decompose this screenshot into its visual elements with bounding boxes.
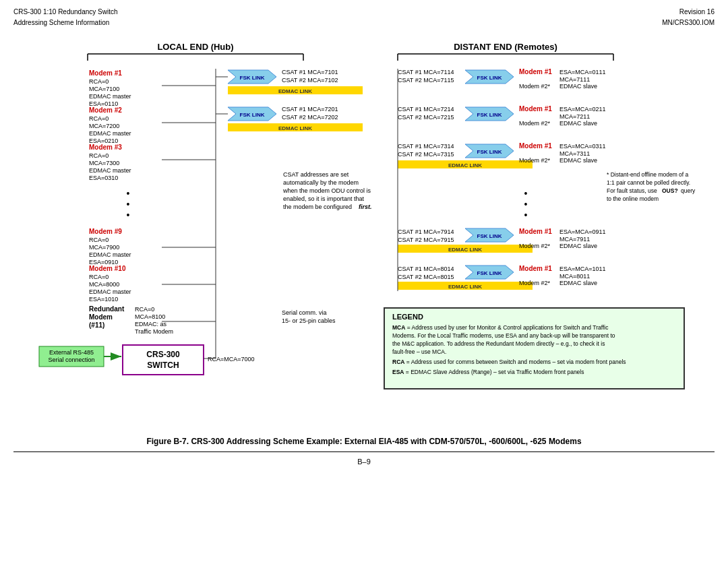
svg-text:Modem #2*: Modem #2* <box>519 83 551 90</box>
svg-text:the M&C application. To addres: the M&C application. To address the Redu… <box>392 340 605 347</box>
distant-end-label: DISTANT END (Remotes) <box>454 42 557 52</box>
svg-text:EDMAC master: EDMAC master <box>89 130 131 137</box>
svg-text:CSAT #2  MCA=8015: CSAT #2 MCA=8015 <box>398 274 454 280</box>
page-divider <box>13 451 715 452</box>
svg-text:CSAT #2  MCA=7215: CSAT #2 MCA=7215 <box>398 114 454 121</box>
svg-text:fault-free – use MCA.: fault-free – use MCA. <box>392 348 446 355</box>
svg-text:FSK LINK: FSK LINK <box>477 112 502 118</box>
svg-text:MCA=7311: MCA=7311 <box>559 150 590 157</box>
svg-text:EDMAC slave: EDMAC slave <box>559 83 597 90</box>
svg-text:Modem #9: Modem #9 <box>89 228 122 235</box>
svg-text:FSK LINK: FSK LINK <box>477 270 502 276</box>
header-left: CRS-300 1:10 Redundancy Switch Addressin… <box>13 7 118 28</box>
svg-text:Modem #2*: Modem #2* <box>519 243 551 249</box>
svg-text:CSAT #1  MCA=7914: CSAT #1 MCA=7914 <box>398 228 454 235</box>
svg-text:Modem #2*: Modem #2* <box>519 157 551 164</box>
modem1-label: Modem #1 <box>89 69 122 77</box>
svg-text:FSK LINK: FSK LINK <box>477 149 502 155</box>
svg-text:Modem #2*: Modem #2* <box>519 120 551 127</box>
svg-text:MCA=7111: MCA=7111 <box>559 76 590 83</box>
svg-text:CSAT #2  MCA=7115: CSAT #2 MCA=7115 <box>398 77 454 84</box>
svg-text:Serial connection: Serial connection <box>48 356 94 363</box>
svg-text:Modem #1: Modem #1 <box>519 142 552 150</box>
svg-text:EDMAC master: EDMAC master <box>89 251 131 258</box>
local-end-label: LOCAL END (Hub) <box>157 42 233 52</box>
svg-text:•: • <box>127 199 130 210</box>
svg-text:Modem: Modem <box>89 313 113 321</box>
svg-text:* Distant-end offline modem of: * Distant-end offline modem of a <box>607 171 689 178</box>
header-title: CRS-300 1:10 Redundancy Switch <box>13 7 118 18</box>
svg-text:EDMAC LINK: EDMAC LINK <box>448 162 482 168</box>
svg-text:Modem #1: Modem #1 <box>519 105 552 113</box>
svg-text:Modem #1: Modem #1 <box>519 228 552 235</box>
svg-text:ESA=0310: ESA=0310 <box>89 175 118 181</box>
svg-text:ESA=MCA=0111: ESA=MCA=0111 <box>559 69 606 75</box>
svg-text:Modem #1: Modem #1 <box>519 68 552 75</box>
svg-text:CSAT #1  MCA=7214: CSAT #1 MCA=7214 <box>398 106 454 113</box>
diagram-svg: LOCAL END (Hub) DISTANT END (Remotes) Mo… <box>20 35 708 419</box>
svg-text:CSAT addresses are set: CSAT addresses are set <box>283 171 349 178</box>
svg-text:CSAT #1  MCA=7101: CSAT #1 MCA=7101 <box>282 69 338 75</box>
revision: Revision 16 <box>662 7 715 18</box>
svg-text:EDMAC master: EDMAC master <box>89 167 131 174</box>
svg-text:Serial comm. via: Serial comm. via <box>282 309 327 316</box>
svg-text:CSAT #2  MCA=7102: CSAT #2 MCA=7102 <box>282 77 338 84</box>
svg-text:enabled, so it is important th: enabled, so it is important that <box>283 195 365 202</box>
page-number: B–9 <box>13 458 715 466</box>
svg-text:CSAT #2  MCA=7315: CSAT #2 MCA=7315 <box>398 151 454 158</box>
svg-text:CSAT #1  MCA=7201: CSAT #1 MCA=7201 <box>282 106 338 113</box>
svg-text:MCA=8000: MCA=8000 <box>89 281 119 288</box>
svg-text:Modem #1: Modem #1 <box>519 265 552 272</box>
svg-text:EDMAC slave: EDMAC slave <box>559 157 597 164</box>
svg-text:EDMAC master: EDMAC master <box>89 93 131 100</box>
svg-text:1:1 pair cannot be polled dire: 1:1 pair cannot be polled directly. <box>607 179 690 186</box>
svg-text:RCA=0: RCA=0 <box>135 306 154 313</box>
svg-text:•: • <box>524 188 528 199</box>
svg-text:External RS-485: External RS-485 <box>49 349 94 356</box>
svg-text:LEGEND: LEGEND <box>392 313 423 321</box>
svg-text:RCA=0: RCA=0 <box>89 152 109 159</box>
header-subtitle: Addressing Scheme Information <box>13 18 118 28</box>
svg-text:CSAT #1  MCA=8014: CSAT #1 MCA=8014 <box>398 266 454 272</box>
svg-text:FSK LINK: FSK LINK <box>240 75 265 81</box>
header-right: Revision 16 MN/CRS300.IOM <box>662 7 715 28</box>
svg-text:MCA=7100: MCA=7100 <box>89 86 119 92</box>
svg-text:FSK LINK: FSK LINK <box>477 233 502 239</box>
svg-text:first.: first. <box>359 204 372 210</box>
svg-text:CSAT #1  MCA=7314: CSAT #1 MCA=7314 <box>398 143 454 150</box>
svg-text:ESA = EDMAC Slave Address (Ran: ESA = EDMAC Slave Address (Range) – set … <box>392 369 584 375</box>
svg-text:FSK LINK: FSK LINK <box>477 75 502 81</box>
svg-text:ESA=MCA=1011: ESA=MCA=1011 <box>559 266 606 272</box>
svg-text:MCA = Address used by user for: MCA = Address used by user for Monitor &… <box>392 324 609 331</box>
svg-text:MCA=8011: MCA=8011 <box>559 273 590 280</box>
svg-text:RCA=0: RCA=0 <box>89 78 109 85</box>
svg-text:EDMAC LINK: EDMAC LINK <box>448 284 482 290</box>
svg-text:EDMAC LINK: EDMAC LINK <box>278 125 312 131</box>
svg-text:•: • <box>127 210 130 220</box>
svg-text:FSK LINK: FSK LINK <box>240 112 265 118</box>
header: CRS-300 1:10 Redundancy Switch Addressin… <box>13 7 715 28</box>
svg-text:For fault status, use: For fault status, use <box>607 187 657 194</box>
svg-text:EDMAC slave: EDMAC slave <box>559 280 597 286</box>
svg-text:•: • <box>127 188 130 199</box>
svg-text:MCA=7911: MCA=7911 <box>559 236 590 243</box>
svg-text:RCA = Address used for comms b: RCA = Address used for comms between Swi… <box>392 358 626 365</box>
svg-text:EDMAC master: EDMAC master <box>89 288 131 295</box>
svg-text:Modem #10: Modem #10 <box>89 265 126 272</box>
svg-text:ESA=MCA=0211: ESA=MCA=0211 <box>559 106 606 113</box>
svg-text:the modem be configured: the modem be configured <box>283 204 352 210</box>
svg-text:CSAT #1  MCA=7114: CSAT #1 MCA=7114 <box>398 69 454 75</box>
svg-text:EDMAC slave: EDMAC slave <box>559 120 597 127</box>
diagram-container: LOCAL END (Hub) DISTANT END (Remotes) Mo… <box>20 35 708 420</box>
svg-text:ESA=MCA=0311: ESA=MCA=0311 <box>559 143 606 150</box>
svg-text:Modem #2*: Modem #2* <box>519 280 551 286</box>
svg-text:•: • <box>524 199 528 210</box>
figure-caption: Figure B-7. CRS-300 Addressing Scheme Ex… <box>13 437 715 446</box>
svg-text:query: query <box>681 187 696 194</box>
svg-text:CRS-300: CRS-300 <box>146 350 180 359</box>
svg-text:Modems. For the Local Traffic : Modems. For the Local Traffic modems, us… <box>392 332 615 339</box>
svg-text:automatically by the modem: automatically by the modem <box>283 179 359 186</box>
svg-text:(#11): (#11) <box>89 321 104 329</box>
svg-text:RCA=0: RCA=0 <box>89 115 109 122</box>
svg-text:when the modem ODU control is: when the modem ODU control is <box>282 187 371 194</box>
